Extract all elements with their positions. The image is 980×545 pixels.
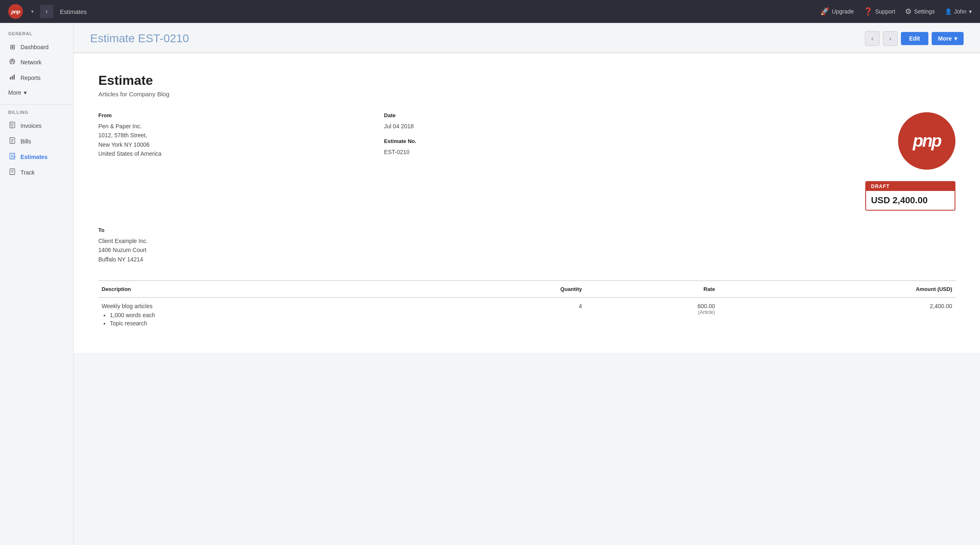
logo-draft-block: pnp DRAFT USD 2,400.00 xyxy=(670,112,955,211)
col-amount: Amount (USD) xyxy=(718,281,955,297)
to-info: Client Example Inc. 1406 Nuzum Court Buf… xyxy=(98,236,955,264)
bills-icon xyxy=(8,137,16,145)
user-menu[interactable]: 👤 John ▾ xyxy=(945,8,972,15)
to-address1: 1406 Nuzum Court xyxy=(98,245,955,254)
next-button[interactable]: › xyxy=(883,31,898,46)
date-block: Date Jul 04 2018 Estimate No. EST-0210 xyxy=(384,112,669,211)
bullet-item: Topic research xyxy=(110,320,426,327)
sidebar-label-network: Network xyxy=(20,59,41,66)
rate-value: 600.00 xyxy=(588,303,715,309)
to-name: Client Example Inc. xyxy=(98,236,955,245)
logo-text: pnp xyxy=(11,9,20,15)
support-label: Support xyxy=(875,8,895,15)
row-amount: 2,400.00 xyxy=(718,297,955,333)
sidebar-item-reports[interactable]: Reports xyxy=(0,70,73,86)
row-quantity: 4 xyxy=(430,297,585,333)
more-general-label: More xyxy=(8,89,21,96)
sidebar-item-invoices[interactable]: Invoices xyxy=(0,118,73,134)
general-section-label: GENERAL xyxy=(0,31,73,39)
network-icon xyxy=(8,58,16,66)
top-nav: pnp ▾ ‹ Estimates 🚀 Upgrade ❓ Support ⚙ … xyxy=(0,0,980,23)
main-content: Estimate EST-0210 ‹ › Edit More ▾ Estima… xyxy=(74,23,980,545)
sidebar-label-estimates: Estimates xyxy=(20,154,48,160)
upgrade-icon: 🚀 xyxy=(820,7,829,16)
from-info: Pen & Paper Inc. 1012, 578th Street, New… xyxy=(98,122,384,159)
page-header: Estimate EST-0210 ‹ › Edit More ▾ xyxy=(74,23,980,53)
billing-section-label: BILLING xyxy=(0,110,73,118)
to-address2: Buffalo NY 14214 xyxy=(98,255,955,264)
sidebar-label-dashboard: Dashboard xyxy=(20,44,49,50)
col-rate: Rate xyxy=(585,281,718,297)
sidebar-item-estimates[interactable]: Estimates xyxy=(0,149,73,165)
page-title: Estimate EST-0210 xyxy=(90,32,865,45)
logo-caret[interactable]: ▾ xyxy=(31,9,34,14)
bullet-item: 1,000 words each xyxy=(110,312,426,318)
estimate-no-value: EST-0210 xyxy=(384,148,669,157)
row-rate: 600.00 (Article) xyxy=(585,297,718,333)
next-icon: › xyxy=(889,35,892,42)
back-button[interactable]: ‹ xyxy=(40,5,53,18)
prev-icon: ‹ xyxy=(871,35,873,42)
to-block: To Client Example Inc. 1406 Nuzum Court … xyxy=(98,227,955,264)
row-bullets: 1,000 words eachTopic research xyxy=(102,312,426,327)
svg-rect-6 xyxy=(14,75,15,79)
support-icon: ❓ xyxy=(864,7,873,16)
top-nav-actions: 🚀 Upgrade ❓ Support ⚙ Settings 👤 John ▾ xyxy=(820,7,972,16)
estimate-heading: Estimate xyxy=(98,73,955,88)
estimate-subtitle: Articles for Company Blog xyxy=(98,91,955,98)
estimate-no-label: Estimate No. xyxy=(384,138,669,144)
edit-button[interactable]: Edit xyxy=(901,32,928,45)
row-desc-text: Weekly blog articles xyxy=(102,303,152,309)
draft-status-box: DRAFT USD 2,400.00 xyxy=(865,181,955,211)
draft-label: DRAFT xyxy=(866,182,955,191)
row-description: Weekly blog articles 1,000 words eachTop… xyxy=(98,297,430,333)
sidebar-item-bills[interactable]: Bills xyxy=(0,134,73,149)
to-label: To xyxy=(98,227,955,233)
settings-label: Settings xyxy=(914,8,935,15)
dashboard-icon: ⊞ xyxy=(8,43,16,51)
company-logo: pnp xyxy=(898,112,955,170)
from-address1: 1012, 578th Street, xyxy=(98,131,384,140)
more-general-caret: ▾ xyxy=(24,89,27,96)
app-logo[interactable]: pnp xyxy=(8,4,23,19)
more-button[interactable]: More ▾ xyxy=(932,32,964,45)
user-caret-icon: ▾ xyxy=(969,8,972,15)
sidebar-more-general[interactable]: More ▾ xyxy=(0,86,73,100)
sidebar-label-reports: Reports xyxy=(20,75,41,81)
reports-icon xyxy=(8,74,16,82)
sidebar-label-track: Track xyxy=(20,169,34,176)
col-description: Description xyxy=(98,281,430,297)
sidebar-item-network[interactable]: Network xyxy=(0,54,73,70)
invoices-icon xyxy=(8,122,16,130)
more-label: More xyxy=(938,35,952,42)
table-row: Weekly blog articles 1,000 words eachTop… xyxy=(98,297,955,333)
sidebar: GENERAL ⊞ Dashboard Network xyxy=(0,23,74,545)
date-value: Jul 04 2018 xyxy=(384,122,669,131)
estimate-body: Estimate Articles for Company Blog From … xyxy=(74,53,980,353)
main-layout: GENERAL ⊞ Dashboard Network xyxy=(0,23,980,545)
back-arrow-icon: ‹ xyxy=(45,8,48,15)
svg-point-11 xyxy=(10,124,11,125)
prev-button[interactable]: ‹ xyxy=(865,31,880,46)
estimate-info-grid: From Pen & Paper Inc. 1012, 578th Street… xyxy=(98,112,955,211)
from-name: Pen & Paper Inc. xyxy=(98,122,384,131)
sidebar-divider xyxy=(0,104,73,105)
upgrade-action[interactable]: 🚀 Upgrade xyxy=(820,7,854,16)
user-name: John xyxy=(954,8,966,15)
line-items-table: Description Quantity Rate Amount (USD) W… xyxy=(98,280,955,333)
settings-icon: ⚙ xyxy=(905,7,912,16)
from-country: United States of America xyxy=(98,149,384,158)
support-action[interactable]: ❓ Support xyxy=(864,7,895,16)
rate-note: (Article) xyxy=(588,309,715,315)
settings-action[interactable]: ⚙ Settings xyxy=(905,7,935,16)
from-label: From xyxy=(98,112,384,118)
from-block: From Pen & Paper Inc. 1012, 578th Street… xyxy=(98,112,384,211)
svg-rect-5 xyxy=(12,76,13,79)
page-header-actions: ‹ › Edit More ▾ xyxy=(865,31,964,46)
breadcrumb-label: Estimates xyxy=(60,8,87,15)
sidebar-item-track[interactable]: Track xyxy=(0,165,73,180)
draft-amount: USD 2,400.00 xyxy=(866,191,955,210)
sidebar-item-dashboard[interactable]: ⊞ Dashboard xyxy=(0,39,73,54)
date-label: Date xyxy=(384,112,669,118)
upgrade-label: Upgrade xyxy=(832,8,854,15)
